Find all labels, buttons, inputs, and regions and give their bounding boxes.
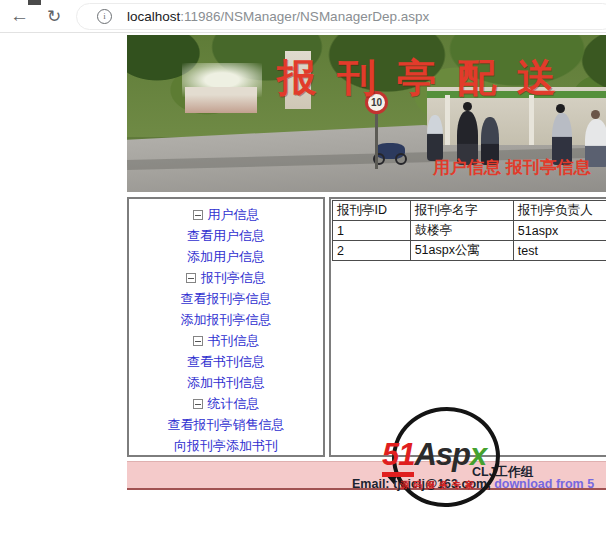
pedestrian-head: [556, 104, 565, 113]
cell-kiosk-id: 1: [333, 221, 411, 241]
sidebar-item-label: 查看报刊亭销售信息: [168, 417, 285, 432]
logo-x: x: [470, 437, 486, 472]
sidebar-item-view-kiosk-info[interactable]: 查看报刊亭信息: [129, 288, 323, 309]
sidebar-item-label: 用户信息: [208, 207, 260, 222]
site-title: 报刊亭配送: [277, 51, 577, 105]
cell-kiosk-name: 鼓楼亭: [410, 221, 513, 241]
column-header-kiosk-name: 报刊亭名字: [410, 201, 513, 221]
column-header-kiosk-manager: 报刊亭负责人: [513, 201, 606, 221]
sidebar-item-label: 添加用户信息: [187, 249, 265, 264]
browser-toolbar: ← ↻ i localhost:11986/NSManager/NSManage…: [0, 0, 606, 33]
sidebar-item-label: 书刊信息: [208, 333, 260, 348]
pedestrian-figure: [427, 115, 443, 161]
distant-building: [185, 87, 257, 113]
kiosk-data-table: 报刊亭ID 报刊亭名字 报刊亭负责人 1 鼓楼亭 51aspx 2 51aspx…: [332, 200, 606, 261]
table-row: 1 鼓楼亭 51aspx: [333, 221, 606, 241]
sidebar-item-publication-info[interactable]: 书刊信息: [129, 330, 323, 351]
logo-asp: Asp: [414, 437, 470, 472]
back-icon[interactable]: ←: [10, 4, 29, 28]
sidebar-item-statistics-info[interactable]: 统计信息: [129, 393, 323, 414]
banner-nav-links[interactable]: 用户信息 报刊亭信息: [433, 156, 591, 179]
cell-kiosk-name: 51aspx公寓: [410, 241, 513, 261]
collapse-icon[interactable]: [193, 399, 203, 409]
header-banner-image: 10 报刊亭配送 用户信息 报刊亭信息: [127, 35, 606, 192]
table-row: 2 51aspx公寓 test: [333, 241, 606, 261]
sidebar-item-label: 查看用户信息: [187, 228, 265, 243]
pedestrian-head: [591, 110, 600, 119]
bicycle-wheel: [395, 153, 407, 165]
refresh-icon[interactable]: ↻: [47, 5, 61, 29]
page-info-icon[interactable]: i: [97, 9, 112, 24]
address-bar[interactable]: i localhost:11986/NSManager/NSManagerDep…: [76, 3, 606, 30]
column-header-kiosk-id: 报刊亭ID: [333, 201, 411, 221]
sidebar-item-add-kiosk-info[interactable]: 添加报刊亭信息: [129, 309, 323, 330]
sidebar-item-label: 添加报刊亭信息: [181, 312, 272, 327]
cell-kiosk-manager: 51aspx: [513, 221, 606, 241]
sidebar-item-add-publication-info[interactable]: 添加书刊信息: [129, 372, 323, 393]
51aspx-logo: 51Aspx 源码服务专家: [382, 405, 522, 540]
url-host: localhost: [127, 9, 180, 24]
collapse-icon[interactable]: [186, 273, 196, 283]
sidebar-item-label: 统计信息: [208, 396, 260, 411]
url-text[interactable]: localhost:11986/NSManager/NSManagerDep.a…: [127, 9, 429, 24]
sidebar-item-label: 报刊亭信息: [201, 270, 266, 285]
sidebar-item-label: 向报刊亭添加书刊: [174, 438, 278, 453]
cell-kiosk-id: 2: [333, 241, 411, 261]
sidebar-item-label: 查看报刊亭信息: [181, 291, 272, 306]
sidebar-item-view-user-info[interactable]: 查看用户信息: [129, 225, 323, 246]
sidebar-tree-menu: 用户信息 查看用户信息 添加用户信息 报刊亭信息 查看报刊亭信息 添加报刊亭信息…: [127, 197, 325, 457]
sidebar-item-kiosk-info[interactable]: 报刊亭信息: [129, 267, 323, 288]
collapse-icon[interactable]: [193, 336, 203, 346]
sidebar-item-label: 查看书刊信息: [187, 354, 265, 369]
sign-pole: [375, 114, 378, 169]
page-footer: CLJ工作组 Email: tjcjclj@163.com, download …: [127, 461, 606, 490]
collapse-icon[interactable]: [193, 210, 203, 220]
logo-51: 51: [382, 437, 414, 477]
tab-favicon-remnant: [28, 0, 41, 5]
sidebar-item-user-info[interactable]: 用户信息: [129, 204, 323, 225]
logo-tagline: 源码服务专家: [400, 479, 478, 492]
sidebar-item-add-user-info[interactable]: 添加用户信息: [129, 246, 323, 267]
sidebar-item-view-kiosk-sales[interactable]: 查看报刊亭销售信息: [129, 414, 323, 435]
sidebar-item-add-publication-to-kiosk[interactable]: 向报刊亭添加书刊: [129, 435, 323, 456]
sidebar-item-view-publication-info[interactable]: 查看书刊信息: [129, 351, 323, 372]
cell-kiosk-manager: test: [513, 241, 606, 261]
page-content: 10 报刊亭配送 用户信息 报刊亭信息 用户信息 查看用户信息 添加用户信息 报…: [127, 35, 606, 558]
sidebar-item-label: 添加书刊信息: [187, 375, 265, 390]
table-header-row: 报刊亭ID 报刊亭名字 报刊亭负责人: [333, 201, 606, 221]
logo-wordmark: 51Aspx: [382, 437, 486, 473]
url-path: :11986/NSManager/NSManagerDep.aspx: [180, 9, 429, 24]
